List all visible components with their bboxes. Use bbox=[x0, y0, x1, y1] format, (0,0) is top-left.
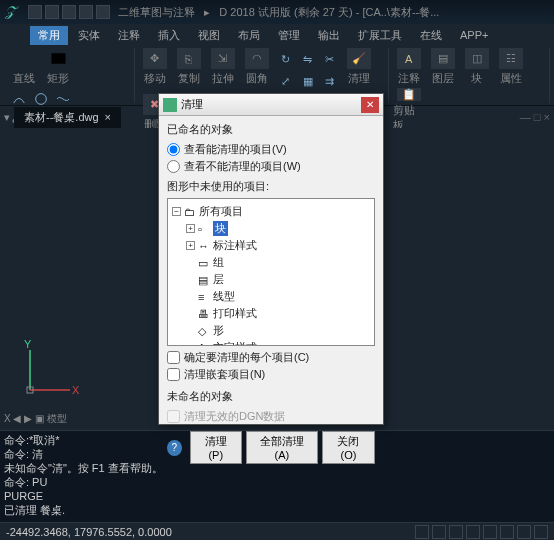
qat-undo-icon[interactable] bbox=[79, 5, 93, 19]
tree-node-shape[interactable]: ◇形 bbox=[172, 322, 370, 339]
tree-node-block[interactable]: +▫块 bbox=[172, 220, 370, 237]
ortho-toggle[interactable] bbox=[449, 525, 463, 539]
qat-new-icon[interactable] bbox=[28, 5, 42, 19]
tool-purge[interactable]: 🧹清理 bbox=[343, 48, 375, 86]
menu-manage[interactable]: 管理 bbox=[270, 26, 308, 45]
tree-node-plotstyle[interactable]: 🖶打印样式 bbox=[172, 305, 370, 322]
tool-mirror[interactable]: ⇋ bbox=[297, 48, 319, 70]
menu-solid[interactable]: 实体 bbox=[70, 26, 108, 45]
cmd-line: 已清理 餐桌. bbox=[4, 503, 550, 517]
panel-annotate[interactable]: A注释 bbox=[393, 48, 425, 86]
tool-rotate[interactable]: ↻ bbox=[275, 48, 297, 70]
close-dialog-button[interactable]: 关闭(O) bbox=[322, 431, 375, 464]
tree-root[interactable]: −🗀所有项目 bbox=[172, 203, 370, 220]
check-nested[interactable]: 清理嵌套项目(N) bbox=[167, 366, 375, 383]
purge-dialog: 清理 ✕ 已命名的对象 查看能清理的项目(V) 查看不能清理的项目(W) 图形中… bbox=[158, 93, 384, 425]
panel-clipboard[interactable]: 📋剪贴板 bbox=[393, 88, 425, 126]
purge-tree[interactable]: −🗀所有项目 +▫块 +↔标注样式 ▭组 ▤层 ≡线型 🖶打印样式 ◇形 A文字… bbox=[167, 198, 375, 346]
named-objects-label: 已命名的对象 bbox=[167, 122, 375, 137]
check-confirm-each[interactable]: 确定要清理的每个项目(C) bbox=[167, 349, 375, 366]
tool-copy[interactable]: ⎘复制 bbox=[173, 48, 205, 86]
status-bar: -24492.3468, 17976.5552, 0.0000 bbox=[0, 522, 554, 540]
polar-toggle[interactable] bbox=[466, 525, 480, 539]
svg-rect-0 bbox=[51, 53, 65, 64]
snap-toggle[interactable] bbox=[415, 525, 429, 539]
panel-layer[interactable]: ▤图层 bbox=[427, 48, 459, 86]
tool-array[interactable]: ▦ bbox=[297, 70, 319, 92]
tree-node-dimstyle[interactable]: +↔标注样式 bbox=[172, 237, 370, 254]
osnap-toggle[interactable] bbox=[483, 525, 497, 539]
ucs-icon: Y X bbox=[20, 340, 80, 400]
menu-annotate[interactable]: 注释 bbox=[110, 26, 148, 45]
qat-open-icon[interactable] bbox=[45, 5, 59, 19]
coordinates: -24492.3468, 17976.5552, 0.0000 bbox=[6, 526, 415, 538]
menu-online[interactable]: 在线 bbox=[412, 26, 450, 45]
ribbon-group-draw: 直线 矩形 绘图 bbox=[4, 48, 135, 103]
tab-label: 素材--餐桌.dwg bbox=[24, 110, 99, 125]
document-tab[interactable]: 素材--餐桌.dwg × bbox=[14, 107, 121, 128]
panel-props[interactable]: ☷属性 bbox=[495, 48, 527, 86]
menu-home[interactable]: 常用 bbox=[30, 26, 68, 45]
tab-menu-icon[interactable]: ▾ bbox=[4, 111, 10, 124]
tool-fillet[interactable]: ◠圆角 bbox=[241, 48, 273, 86]
menu-insert[interactable]: 插入 bbox=[150, 26, 188, 45]
title-text: 二维草图与注释 ▸ D 2018 试用版 (剩余 27 天) - [CA..\素… bbox=[118, 5, 550, 20]
unnamed-objects-label: 未命名的对象 bbox=[167, 389, 375, 404]
svg-point-1 bbox=[36, 94, 47, 105]
menu-layout[interactable]: 布局 bbox=[230, 26, 268, 45]
titlebar: 𝒵 二维草图与注释 ▸ D 2018 试用版 (剩余 27 天) - [CA..… bbox=[0, 0, 554, 24]
menu-view[interactable]: 视图 bbox=[190, 26, 228, 45]
qat-redo-icon[interactable] bbox=[96, 5, 110, 19]
dialog-icon bbox=[163, 98, 177, 112]
tool-move[interactable]: ✥移动 bbox=[139, 48, 171, 86]
check-dgn[interactable]: 清理无效的DGN数据 bbox=[167, 408, 375, 425]
svg-text:X: X bbox=[72, 384, 80, 396]
tool-rect[interactable]: 矩形 bbox=[42, 48, 74, 86]
radio-view-purgeable[interactable]: 查看能清理的项目(V) bbox=[167, 141, 375, 158]
qat-save-icon[interactable] bbox=[62, 5, 76, 19]
status-toggles bbox=[415, 525, 548, 539]
tree-node-textstyle[interactable]: A文字样式 bbox=[172, 339, 370, 346]
main-menu: 常用 实体 注释 插入 视图 布局 管理 输出 扩展工具 在线 APP+ bbox=[0, 24, 554, 46]
quick-access-toolbar bbox=[28, 5, 110, 19]
tab-controls[interactable]: — □ × bbox=[520, 111, 550, 123]
menu-ext[interactable]: 扩展工具 bbox=[350, 26, 410, 45]
cmd-line: PURGE bbox=[4, 489, 550, 503]
app-logo: 𝒵 bbox=[4, 3, 22, 21]
close-button[interactable]: ✕ bbox=[361, 97, 379, 113]
tool-trim[interactable]: ✂ bbox=[319, 48, 341, 70]
tool-stretch[interactable]: ⇲拉伸 bbox=[207, 48, 239, 86]
panel-block[interactable]: ◫块 bbox=[461, 48, 493, 86]
cmd-line: 命令: PU bbox=[4, 475, 550, 489]
ribbon-group-annotate: A注释 ▤图层 ◫块 ☷属性 📋剪贴板 bbox=[389, 48, 550, 103]
unused-items-label: 图形中未使用的项目: bbox=[167, 179, 375, 194]
tool-scale[interactable]: ⤢ bbox=[275, 70, 297, 92]
help-icon[interactable]: ? bbox=[167, 440, 182, 456]
svg-text:Y: Y bbox=[24, 340, 32, 350]
menu-output[interactable]: 输出 bbox=[310, 26, 348, 45]
tool-line[interactable]: 直线 bbox=[8, 48, 40, 86]
purge-all-button[interactable]: 全部清理(A) bbox=[246, 431, 318, 464]
dialog-titlebar[interactable]: 清理 ✕ bbox=[159, 94, 383, 116]
radio-view-nonpurgeable[interactable]: 查看不能清理的项目(W) bbox=[167, 158, 375, 175]
lwt-toggle[interactable] bbox=[517, 525, 531, 539]
dialog-title: 清理 bbox=[181, 97, 203, 112]
otrack-toggle[interactable] bbox=[500, 525, 514, 539]
grid-toggle[interactable] bbox=[432, 525, 446, 539]
model-toggle[interactable] bbox=[534, 525, 548, 539]
layout-tabs[interactable]: X ◀ ▶ ▣ 模型 bbox=[4, 412, 67, 426]
tree-node-linetype[interactable]: ≡线型 bbox=[172, 288, 370, 305]
purge-button[interactable]: 清理(P) bbox=[190, 431, 242, 464]
tree-node-group[interactable]: ▭组 bbox=[172, 254, 370, 271]
menu-app[interactable]: APP+ bbox=[452, 27, 496, 43]
tree-node-layer[interactable]: ▤层 bbox=[172, 271, 370, 288]
tab-close-icon[interactable]: × bbox=[105, 111, 111, 123]
tool-offset[interactable]: ⇉ bbox=[319, 70, 341, 92]
